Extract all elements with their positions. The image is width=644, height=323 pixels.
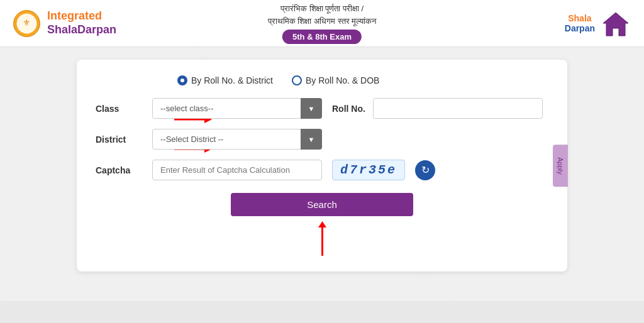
- form-card-wrapper: By Roll No. & District By Roll No. & DOB…: [77, 60, 567, 271]
- captcha-input[interactable]: [152, 160, 322, 180]
- refresh-icon: ↻: [421, 164, 430, 176]
- class-select[interactable]: --select class-- 5th 8th: [152, 98, 322, 119]
- logo-right: Shala Darpan: [565, 9, 631, 38]
- svg-text:⚜: ⚜: [23, 18, 31, 28]
- emblem-icon: ⚜: [13, 9, 41, 38]
- captcha-row: Captcha d7r35e ↻: [96, 160, 548, 180]
- search-row: Search: [96, 193, 548, 216]
- captcha-image: d7r35e: [332, 160, 405, 180]
- district-select[interactable]: --Select District --: [152, 129, 322, 150]
- house-icon: [600, 9, 631, 38]
- radio-circle-district: [177, 75, 187, 85]
- svg-marker-9: [318, 221, 326, 227]
- radio-by-roll-district[interactable]: By Roll No. & District: [177, 75, 273, 85]
- logo-shala-text: ShalaDarpan: [47, 23, 116, 37]
- district-select-wrapper: --Select District --: [152, 129, 322, 150]
- radio-by-roll-dob[interactable]: By Roll No. & DOB: [292, 75, 379, 85]
- radio-group: By Roll No. & District By Roll No. & DOB: [96, 75, 548, 85]
- radio-circle-dob: [292, 75, 302, 85]
- class-row: Class --select class-- 5th 8th Roll No.: [96, 98, 548, 119]
- logo-left: ⚜ Integrated ShalaDarpan: [13, 9, 116, 38]
- header-center: प्रारंभिक शिक्षा पूर्णता परीक्षा / प्राथ…: [268, 3, 376, 44]
- captcha-refresh-button[interactable]: ↻: [415, 160, 435, 180]
- roll-no-input[interactable]: [373, 98, 543, 119]
- logo-integrated-text: Integrated: [47, 9, 116, 23]
- class-select-wrapper: --select class-- 5th 8th: [152, 98, 322, 119]
- class-control-wrapper: --select class-- 5th 8th Roll No.: [152, 98, 548, 119]
- roll-no-section: Roll No.: [332, 98, 543, 119]
- roll-no-label: Roll No.: [332, 104, 365, 114]
- captcha-control-wrapper: d7r35e ↻: [152, 160, 548, 180]
- class-label: Class: [96, 104, 152, 114]
- exam-badge: 5th & 8th Exam: [282, 30, 362, 44]
- logo-right-text: Shala Darpan: [565, 13, 595, 33]
- apply-button[interactable]: Apply: [553, 145, 568, 187]
- district-label: District: [96, 134, 152, 145]
- header: ⚜ Integrated ShalaDarpan प्रारंभिक शिक्ष…: [0, 0, 644, 47]
- header-hindi-text: प्रारंभिक शिक्षा पूर्णता परीक्षा / प्राथ…: [268, 3, 376, 27]
- captcha-label: Captcha: [96, 165, 152, 175]
- svg-marker-3: [603, 13, 628, 36]
- form-card: By Roll No. & District By Roll No. & DOB…: [77, 60, 567, 271]
- arrow-search-icon: [314, 221, 330, 256]
- search-button[interactable]: Search: [231, 193, 413, 216]
- main-content: By Roll No. & District By Roll No. & DOB…: [0, 47, 644, 301]
- district-row: District --Select District --: [96, 129, 548, 150]
- logo-text: Integrated ShalaDarpan: [47, 9, 116, 36]
